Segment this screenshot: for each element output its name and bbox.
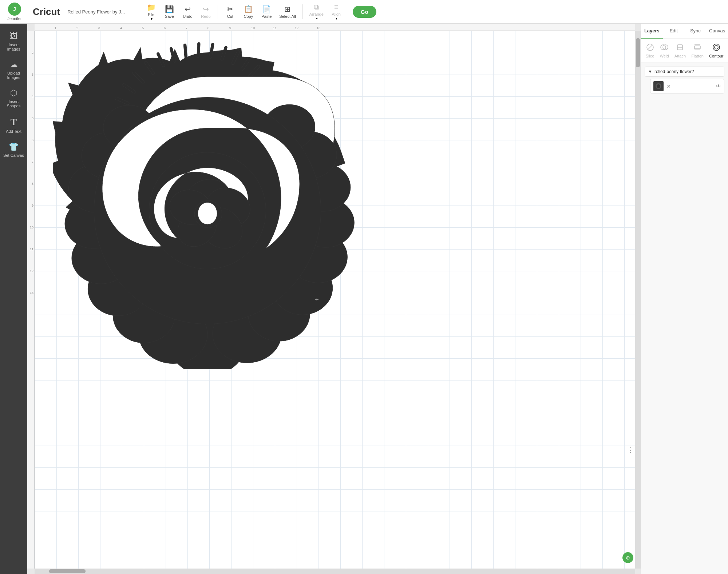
arrange-button[interactable]: ⧉ Arrange ▾ <box>306 1 327 22</box>
scrollbar-vertical[interactable] <box>635 31 641 569</box>
slice-icon <box>646 43 654 53</box>
select-all-icon: ⊞ <box>284 5 290 13</box>
svg-line-46 <box>648 45 652 49</box>
flatten-icon <box>693 43 701 53</box>
flatten-label: Flatten <box>691 54 704 58</box>
svg-point-57 <box>657 84 660 88</box>
layer-sub-item[interactable]: ✕ 👁 <box>650 79 724 93</box>
logo-area: J Jennifer <box>4 3 25 21</box>
scroll-thumb-vertical[interactable] <box>636 38 640 67</box>
sidebar-item-add-text[interactable]: T Add Text <box>0 112 27 138</box>
align-button[interactable]: ≡ Align ▾ <box>327 1 345 22</box>
file-button[interactable]: 📁 File ▾ <box>142 1 160 22</box>
contour-icon <box>712 43 720 53</box>
sidebar-item-upload-images-label: Upload Images <box>2 71 25 80</box>
layer-group-name: rolled-peony-flower2 <box>654 69 721 74</box>
toolbar-group-arrange: ⧉ Arrange ▾ ≡ Align ▾ <box>306 1 345 22</box>
redo-icon: ↪ <box>203 5 209 13</box>
flatten-tool[interactable]: Flatten <box>689 42 706 60</box>
sidebar-item-set-canvas-label: Set Canvas <box>3 153 24 158</box>
select-all-label: Select All <box>279 14 296 19</box>
align-dropdown-arrow: ▾ <box>336 16 337 20</box>
undo-button[interactable]: ↩ Undo <box>178 3 197 20</box>
cricut-logo: Cricut <box>33 6 60 17</box>
sidebar-item-insert-shapes-label: Insert Shapes <box>2 99 25 108</box>
sidebar-item-insert-images-label: Insert Images <box>2 43 25 51</box>
weld-icon <box>660 43 668 53</box>
tab-canvas[interactable]: Canvas <box>706 24 728 39</box>
cut-button[interactable]: ✂ Cut <box>221 3 239 20</box>
weld-label: Weld <box>660 54 669 58</box>
slice-tool[interactable]: Slice <box>644 42 657 60</box>
contour-tool[interactable]: Contour <box>707 42 725 60</box>
tab-sync[interactable]: Sync <box>685 24 707 39</box>
redo-button[interactable]: ↪ Redo <box>197 3 215 20</box>
sidebar-item-set-canvas[interactable]: 👕 Set Canvas <box>0 138 27 162</box>
sidebar-item-insert-images[interactable]: 🖼 Insert Images <box>0 27 27 56</box>
attach-icon <box>676 43 684 53</box>
insert-images-icon: 🖼 <box>10 32 18 41</box>
scrollbar-horizontal[interactable] <box>35 569 635 574</box>
paste-label: Paste <box>261 14 272 19</box>
left-sidebar: 🖼 Insert Images ☁ Upload Images ⬡ Insert… <box>0 24 27 574</box>
tab-edit[interactable]: Edit <box>663 24 685 39</box>
main-area: 🖼 Insert Images ☁ Upload Images ⬡ Insert… <box>0 24 728 574</box>
sidebar-item-upload-images[interactable]: ☁ Upload Images <box>0 56 27 84</box>
file-label: File <box>148 12 154 17</box>
save-label: Save <box>165 14 174 19</box>
user-button[interactable]: J <box>8 3 21 16</box>
layer-group-item[interactable]: ▼ rolled-peony-flower2 <box>645 67 724 77</box>
layer-chevron-icon: ▼ <box>648 69 652 74</box>
svg-rect-3 <box>197 42 201 58</box>
select-all-button[interactable]: ⊞ Select All <box>276 3 299 20</box>
canvas-options-button[interactable]: ⋮ <box>628 446 634 454</box>
attach-tool[interactable]: Attach <box>672 42 688 60</box>
toolbar-group-file: 📁 File ▾ 💾 Save ↩ Undo ↪ Redo <box>142 1 215 22</box>
insert-shapes-icon: ⬡ <box>10 88 17 98</box>
toolbar-separator-2 <box>218 4 218 19</box>
copy-label: Copy <box>244 14 253 19</box>
folder-icon: 📁 <box>147 3 156 12</box>
layer-thumbnail <box>653 81 664 91</box>
sidebar-item-insert-shapes[interactable]: ⬡ Insert Shapes <box>0 84 27 112</box>
arrange-label: Arrange <box>309 12 324 16</box>
copy-icon: 📋 <box>244 5 253 13</box>
panel-tools: Slice Weld Attach Flatten <box>641 39 728 63</box>
scroll-thumb-horizontal[interactable] <box>49 569 86 573</box>
save-button[interactable]: 💾 Save <box>160 3 178 20</box>
align-label: Align <box>332 12 341 16</box>
layer-x-icon[interactable]: ✕ <box>666 83 671 89</box>
add-text-icon: T <box>11 117 17 128</box>
project-title: Rolled Peony Flower by J... <box>67 9 125 15</box>
weld-tool[interactable]: Weld <box>658 42 671 60</box>
canvas-grid: + <box>35 31 635 569</box>
canvas-scroll-area[interactable]: + <box>35 31 635 569</box>
layer-visibility-icon[interactable]: 👁 <box>716 83 721 89</box>
cut-icon: ✂ <box>227 5 233 13</box>
svg-point-54 <box>713 44 720 51</box>
contour-label: Contour <box>709 54 723 58</box>
toolbar-separator-1 <box>139 4 139 19</box>
arrange-icon: ⧉ <box>314 3 319 11</box>
file-dropdown-arrow: ▾ <box>151 17 153 21</box>
top-bar: J Jennifer Cricut Rolled Peony Flower by… <box>0 0 728 24</box>
copy-button[interactable]: 📋 Copy <box>239 3 257 20</box>
undo-icon: ↩ <box>185 5 191 13</box>
tab-layers[interactable]: Layers <box>641 24 663 39</box>
zoom-button[interactable]: ⊕ <box>622 552 633 563</box>
paste-button[interactable]: 📄 Paste <box>257 3 276 20</box>
crosshair: + <box>315 296 319 304</box>
flower-design-svg[interactable] <box>53 42 362 369</box>
cut-label: Cut <box>227 14 233 19</box>
undo-label: Undo <box>183 14 192 19</box>
go-button[interactable]: Go <box>353 6 376 18</box>
attach-label: Attach <box>674 54 686 58</box>
svg-point-55 <box>715 45 718 49</box>
panel-tabs: Layers Edit Sync Canvas <box>641 24 728 39</box>
svg-rect-2 <box>183 44 187 59</box>
right-panel: Layers Edit Sync Canvas Slice Weld <box>641 24 728 574</box>
svg-point-44 <box>198 203 217 224</box>
sidebar-item-add-text-label: Add Text <box>6 129 21 133</box>
save-icon: 💾 <box>165 5 174 13</box>
panel-content: ▼ rolled-peony-flower2 ✕ 👁 <box>641 63 728 574</box>
